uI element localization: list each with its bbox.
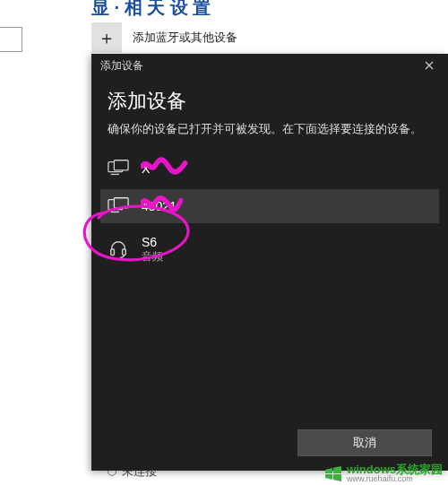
redaction-scribble [141,195,184,212]
dialog-window-title: 添加设备 [100,58,143,74]
svg-rect-6 [111,249,115,255]
svg-rect-7 [123,249,126,255]
dialog-heading: 添加设备 [108,88,432,115]
search-box-fragment[interactable] [0,27,22,52]
svg-rect-1 [114,160,128,170]
headset-icon [108,239,129,259]
plus-icon: ＋ [91,22,122,53]
close-button[interactable] [416,56,443,75]
svg-rect-4 [114,198,128,208]
redaction-scribble [141,157,190,175]
add-bluetooth-row[interactable]: ＋ 添加蓝牙或其他设备 [91,22,237,53]
close-icon [425,61,434,70]
dialog-subtext: 确保你的设备已打开并可被发现。在下面选择要连接的设备。 [108,122,432,137]
watermark: windows系统家园 www.ruehaifu.com [318,460,448,485]
device-row-1[interactable]: 45021 [100,189,439,223]
display-icon [108,159,129,178]
dialog-titlebar: 添加设备 [91,54,448,77]
watermark-url: www.ruehaifu.com [347,475,443,483]
dialog-body: 添加设备 确保你的设备已打开并可被发现。在下面选择要连接的设备。 X [91,77,448,420]
add-bluetooth-label: 添加蓝牙或其他设备 [133,30,237,46]
display-icon [108,196,129,216]
page-title: 显 · 相 天 设 置 [91,0,211,20]
device-row-2[interactable]: S6 音频 [100,227,439,272]
add-device-dialog: 添加设备 添加设备 确保你的设备已打开并可被发现。在下面选择要连接的设备。 X [91,54,448,471]
cancel-button[interactable]: 取消 [297,429,432,456]
device-name: S6 [142,234,163,250]
device-row-0[interactable]: X [100,152,439,186]
device-subtext: 音频 [142,250,163,264]
windows-logo-icon [323,464,343,482]
